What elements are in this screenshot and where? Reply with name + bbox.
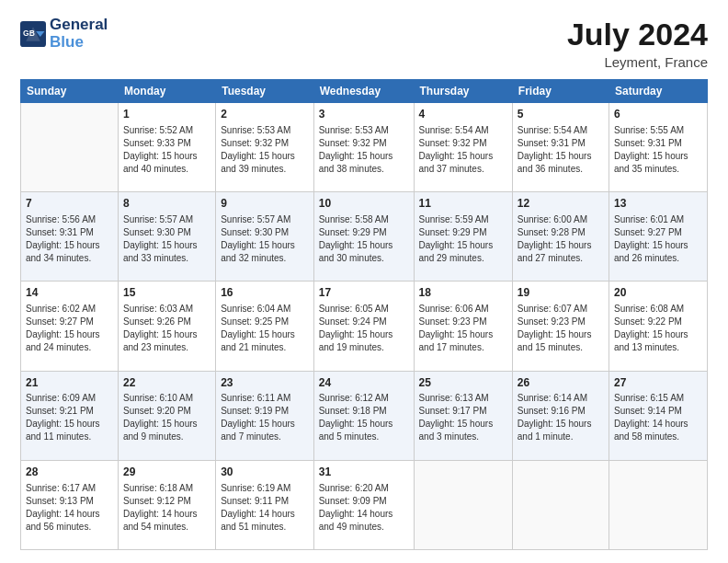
day-info: Sunrise: 5:57 AM Sunset: 9:30 PM Dayligh… xyxy=(221,213,309,265)
day-number: 31 xyxy=(319,465,409,480)
day-number: 6 xyxy=(614,107,702,122)
day-number: 9 xyxy=(221,196,309,212)
day-info: Sunrise: 5:53 AM Sunset: 9:32 PM Dayligh… xyxy=(221,124,309,176)
calendar-cell: 27Sunrise: 6:15 AM Sunset: 9:14 PM Dayli… xyxy=(609,371,707,460)
day-number: 3 xyxy=(319,107,409,122)
logo-blue: Blue xyxy=(50,34,108,52)
calendar-cell: 12Sunrise: 6:00 AM Sunset: 9:28 PM Dayli… xyxy=(512,192,609,282)
calendar-cell: 3Sunrise: 5:53 AM Sunset: 9:32 PM Daylig… xyxy=(313,103,414,192)
day-info: Sunrise: 6:18 AM Sunset: 9:12 PM Dayligh… xyxy=(123,482,210,534)
day-info: Sunrise: 6:03 AM Sunset: 9:26 PM Dayligh… xyxy=(123,303,210,354)
calendar-cell xyxy=(609,460,707,549)
day-number: 20 xyxy=(614,285,702,301)
calendar-cell: 25Sunrise: 6:13 AM Sunset: 9:17 PM Dayli… xyxy=(414,371,512,460)
day-info: Sunrise: 6:09 AM Sunset: 9:21 PM Dayligh… xyxy=(26,392,113,443)
day-info: Sunrise: 5:56 AM Sunset: 9:31 PM Dayligh… xyxy=(26,213,113,265)
day-info: Sunrise: 6:07 AM Sunset: 9:23 PM Dayligh… xyxy=(518,303,604,354)
day-info: Sunrise: 5:54 AM Sunset: 9:31 PM Dayligh… xyxy=(518,124,604,176)
calendar-cell: 21Sunrise: 6:09 AM Sunset: 9:21 PM Dayli… xyxy=(21,371,119,460)
calendar-cell: 18Sunrise: 6:06 AM Sunset: 9:23 PM Dayli… xyxy=(414,282,512,371)
logo: GB General Blue xyxy=(20,17,108,51)
title-block: July 2024 Leyment, France xyxy=(567,17,708,70)
calendar-cell: 30Sunrise: 6:19 AM Sunset: 9:11 PM Dayli… xyxy=(216,460,314,549)
weekday-header-saturday: Saturday xyxy=(609,80,707,103)
day-info: Sunrise: 6:02 AM Sunset: 9:27 PM Dayligh… xyxy=(26,303,113,354)
day-number: 10 xyxy=(319,196,409,212)
week-row-3: 14Sunrise: 6:02 AM Sunset: 9:27 PM Dayli… xyxy=(21,282,708,371)
calendar-cell: 7Sunrise: 5:56 AM Sunset: 9:31 PM Daylig… xyxy=(21,192,119,282)
calendar-cell xyxy=(414,460,512,549)
day-info: Sunrise: 5:57 AM Sunset: 9:30 PM Dayligh… xyxy=(123,213,210,265)
weekday-header-thursday: Thursday xyxy=(414,80,512,103)
day-number: 17 xyxy=(319,285,409,301)
day-number: 23 xyxy=(221,375,309,391)
calendar-cell: 31Sunrise: 6:20 AM Sunset: 9:09 PM Dayli… xyxy=(313,460,414,549)
day-info: Sunrise: 5:58 AM Sunset: 9:29 PM Dayligh… xyxy=(319,213,409,265)
day-number: 14 xyxy=(26,285,113,301)
calendar-cell: 28Sunrise: 6:17 AM Sunset: 9:13 PM Dayli… xyxy=(21,460,119,549)
day-number: 4 xyxy=(419,107,507,122)
calendar-cell: 16Sunrise: 6:04 AM Sunset: 9:25 PM Dayli… xyxy=(216,282,314,371)
weekday-header-row: SundayMondayTuesdayWednesdayThursdayFrid… xyxy=(21,80,708,103)
day-info: Sunrise: 6:14 AM Sunset: 9:16 PM Dayligh… xyxy=(518,392,604,443)
day-number: 2 xyxy=(221,107,309,122)
day-info: Sunrise: 6:12 AM Sunset: 9:18 PM Dayligh… xyxy=(319,392,409,443)
calendar-cell: 8Sunrise: 5:57 AM Sunset: 9:30 PM Daylig… xyxy=(118,192,215,282)
weekday-header-monday: Monday xyxy=(118,80,215,103)
day-number: 5 xyxy=(518,107,604,122)
day-number: 28 xyxy=(26,465,113,480)
svg-text:GB: GB xyxy=(23,28,35,37)
day-info: Sunrise: 5:52 AM Sunset: 9:33 PM Dayligh… xyxy=(123,124,210,176)
weekday-header-tuesday: Tuesday xyxy=(216,80,314,103)
calendar-cell: 9Sunrise: 5:57 AM Sunset: 9:30 PM Daylig… xyxy=(216,192,314,282)
day-number: 21 xyxy=(26,375,113,391)
logo-icon: GB xyxy=(20,21,46,47)
calendar-cell: 26Sunrise: 6:14 AM Sunset: 9:16 PM Dayli… xyxy=(512,371,609,460)
calendar-cell: 24Sunrise: 6:12 AM Sunset: 9:18 PM Dayli… xyxy=(313,371,414,460)
day-number: 7 xyxy=(26,196,113,212)
day-number: 24 xyxy=(319,375,409,391)
day-number: 27 xyxy=(614,375,702,391)
day-number: 29 xyxy=(123,465,210,480)
day-info: Sunrise: 6:10 AM Sunset: 9:20 PM Dayligh… xyxy=(123,392,210,443)
calendar-cell: 4Sunrise: 5:54 AM Sunset: 9:32 PM Daylig… xyxy=(414,103,512,192)
week-row-5: 28Sunrise: 6:17 AM Sunset: 9:13 PM Dayli… xyxy=(21,460,708,549)
day-info: Sunrise: 6:05 AM Sunset: 9:24 PM Dayligh… xyxy=(319,303,409,354)
day-number: 19 xyxy=(518,285,604,301)
day-number: 18 xyxy=(419,285,507,301)
calendar-cell: 19Sunrise: 6:07 AM Sunset: 9:23 PM Dayli… xyxy=(512,282,609,371)
week-row-4: 21Sunrise: 6:09 AM Sunset: 9:21 PM Dayli… xyxy=(21,371,708,460)
calendar-cell: 15Sunrise: 6:03 AM Sunset: 9:26 PM Dayli… xyxy=(118,282,215,371)
day-info: Sunrise: 6:06 AM Sunset: 9:23 PM Dayligh… xyxy=(419,303,507,354)
day-number: 25 xyxy=(419,375,507,391)
week-row-1: 1Sunrise: 5:52 AM Sunset: 9:33 PM Daylig… xyxy=(21,103,708,192)
day-number: 15 xyxy=(123,285,210,301)
day-number: 11 xyxy=(419,196,507,212)
calendar-cell: 10Sunrise: 5:58 AM Sunset: 9:29 PM Dayli… xyxy=(313,192,414,282)
calendar-cell: 2Sunrise: 5:53 AM Sunset: 9:32 PM Daylig… xyxy=(216,103,314,192)
day-number: 30 xyxy=(221,465,309,480)
day-info: Sunrise: 6:15 AM Sunset: 9:14 PM Dayligh… xyxy=(614,392,702,443)
month-title: July 2024 xyxy=(567,17,708,52)
day-number: 16 xyxy=(221,285,309,301)
day-number: 22 xyxy=(123,375,210,391)
day-info: Sunrise: 6:11 AM Sunset: 9:19 PM Dayligh… xyxy=(221,392,309,443)
day-info: Sunrise: 5:55 AM Sunset: 9:31 PM Dayligh… xyxy=(614,124,702,176)
day-number: 1 xyxy=(123,107,210,122)
calendar-cell: 13Sunrise: 6:01 AM Sunset: 9:27 PM Dayli… xyxy=(609,192,707,282)
day-info: Sunrise: 6:13 AM Sunset: 9:17 PM Dayligh… xyxy=(419,392,507,443)
calendar-cell: 20Sunrise: 6:08 AM Sunset: 9:22 PM Dayli… xyxy=(609,282,707,371)
weekday-header-wednesday: Wednesday xyxy=(313,80,414,103)
day-info: Sunrise: 6:08 AM Sunset: 9:22 PM Dayligh… xyxy=(614,303,702,354)
day-number: 12 xyxy=(518,196,604,212)
weekday-header-sunday: Sunday xyxy=(21,80,119,103)
weekday-header-friday: Friday xyxy=(512,80,609,103)
calendar-cell: 23Sunrise: 6:11 AM Sunset: 9:19 PM Dayli… xyxy=(216,371,314,460)
logo-general: General xyxy=(50,17,108,34)
day-info: Sunrise: 6:01 AM Sunset: 9:27 PM Dayligh… xyxy=(614,213,702,265)
calendar-cell xyxy=(21,103,119,192)
day-info: Sunrise: 5:54 AM Sunset: 9:32 PM Dayligh… xyxy=(419,124,507,176)
day-info: Sunrise: 6:17 AM Sunset: 9:13 PM Dayligh… xyxy=(26,482,113,534)
calendar-cell: 17Sunrise: 6:05 AM Sunset: 9:24 PM Dayli… xyxy=(313,282,414,371)
calendar-cell: 5Sunrise: 5:54 AM Sunset: 9:31 PM Daylig… xyxy=(512,103,609,192)
